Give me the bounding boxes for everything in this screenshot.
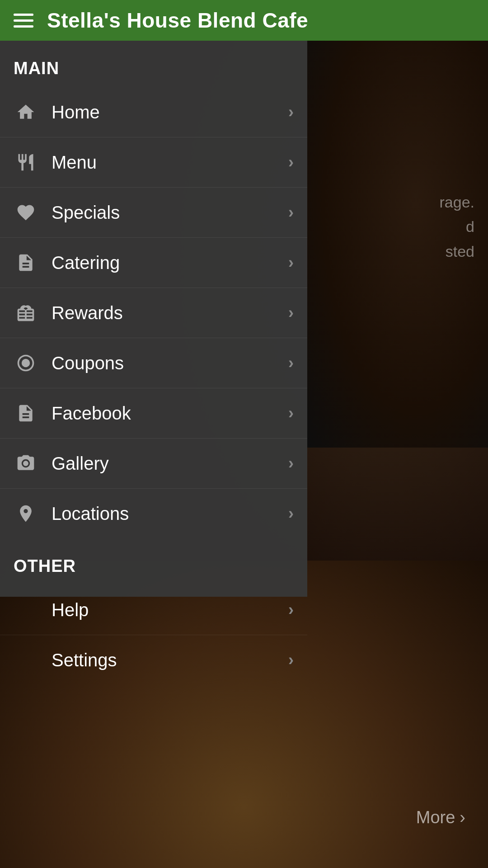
other-section-label: OTHER <box>0 552 307 585</box>
app-header: Stella's House Blend Cafe <box>0 0 488 41</box>
catering-label: Catering <box>52 253 288 273</box>
menu-label: Menu <box>52 152 288 173</box>
catering-chevron: › <box>288 253 294 272</box>
settings-icon-spacer <box>14 648 38 672</box>
sidebar-item-settings[interactable]: Settings › <box>0 635 307 685</box>
app-title: Stella's House Blend Cafe <box>47 8 308 33</box>
sidebar-item-catering[interactable]: Catering › <box>0 238 307 288</box>
sidebar-item-gallery[interactable]: Gallery › <box>0 439 307 488</box>
gallery-label: Gallery <box>52 453 288 474</box>
settings-chevron: › <box>288 651 294 670</box>
help-icon-spacer <box>14 598 38 622</box>
locations-label: Locations <box>52 504 288 524</box>
settings-label: Settings <box>52 650 288 670</box>
background-text: rage. d sted <box>440 190 475 264</box>
svg-point-0 <box>22 359 30 367</box>
help-chevron: › <box>288 600 294 619</box>
coupons-label: Coupons <box>52 353 288 373</box>
sidebar-item-coupons[interactable]: Coupons › <box>0 338 307 388</box>
specials-chevron: › <box>288 203 294 222</box>
facebook-chevron: › <box>288 404 294 423</box>
menu-chevron: › <box>288 153 294 172</box>
rewards-chevron: › <box>288 303 294 322</box>
home-icon <box>14 100 38 124</box>
home-chevron: › <box>288 103 294 122</box>
more-button[interactable]: More › <box>416 808 465 827</box>
home-label: Home <box>52 102 288 123</box>
locations-chevron: › <box>288 504 294 523</box>
sidebar-item-facebook[interactable]: Facebook › <box>0 388 307 438</box>
location-pin-icon <box>14 501 38 526</box>
sidebar-item-menu[interactable]: Menu › <box>0 137 307 187</box>
heart-icon <box>14 200 38 225</box>
specials-label: Specials <box>52 203 288 223</box>
fork-knife-icon <box>14 150 38 175</box>
sidebar-item-locations[interactable]: Locations › <box>0 489 307 538</box>
facebook-label: Facebook <box>52 403 288 424</box>
rewards-label: Rewards <box>52 303 288 323</box>
camera-icon <box>14 451 38 476</box>
main-section-label: MAIN <box>0 54 307 87</box>
sidebar-item-specials[interactable]: Specials › <box>0 188 307 237</box>
facebook-icon <box>14 401 38 425</box>
sidebar-item-home[interactable]: Home › <box>0 87 307 137</box>
help-label: Help <box>52 600 288 620</box>
sidebar-item-rewards[interactable]: Rewards › <box>0 288 307 338</box>
more-chevron-icon: › <box>460 808 465 827</box>
coupons-chevron: › <box>288 354 294 373</box>
sidebar-menu: MAIN Home › Menu › Specials › <box>0 41 307 597</box>
catering-document-icon <box>14 250 38 275</box>
gallery-chevron: › <box>288 454 294 473</box>
rewards-icon <box>14 301 38 325</box>
hamburger-menu-button[interactable] <box>14 14 33 28</box>
sidebar-item-help[interactable]: Help › <box>0 585 307 635</box>
more-label: More <box>416 808 455 827</box>
coupons-icon <box>14 351 38 375</box>
